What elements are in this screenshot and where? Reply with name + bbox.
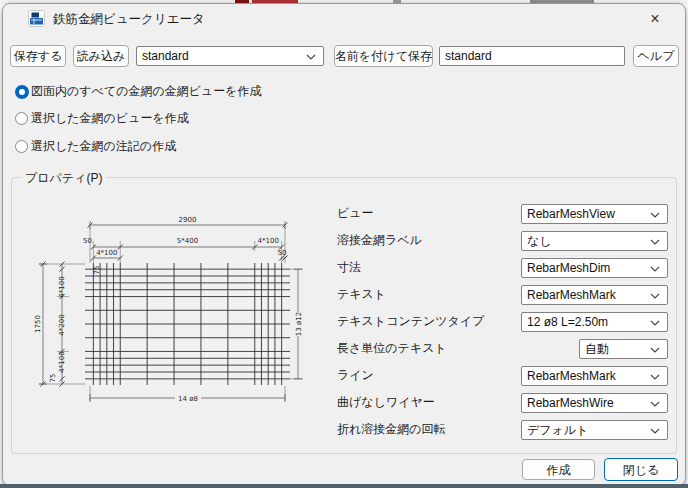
field-value: 自動 [585, 340, 609, 358]
chevron-down-icon [650, 212, 660, 218]
field-label-unbent-wire: 曲げなしワイヤー [337, 393, 435, 412]
svg-text:4*100: 4*100 [258, 237, 279, 245]
field-value: なし [527, 232, 552, 250]
chevron-down-icon [650, 428, 660, 434]
radio-unchecked-icon[interactable] [15, 112, 28, 125]
properties-group-label: プロパティ(P) [21, 170, 106, 187]
screen: 鉄筋金網ビュークリエータ × 保存する 読み込み standard 名前を付けて… [0, 0, 688, 488]
field-combobox-bent-mesh-rotation[interactable]: デフォルト [521, 420, 668, 440]
name-input-value: standard [445, 47, 492, 65]
field-combobox-length-unit-text[interactable]: 自動 [579, 339, 668, 359]
svg-text:50: 50 [83, 237, 92, 245]
field-value: RebarMeshMark [527, 367, 616, 385]
radio-unchecked-icon[interactable] [15, 140, 28, 153]
close-icon: × [650, 10, 659, 27]
field-label-view: ビュー [337, 204, 374, 223]
background-bottom-strip [0, 484, 688, 488]
radio-label[interactable]: 選択した金網の注記の作成 [31, 139, 176, 154]
radio-label[interactable]: 選択した金網のビューを作成 [31, 111, 189, 126]
chevron-down-icon [650, 239, 660, 245]
field-value: 12 ø8 L=2.50m [527, 313, 608, 331]
titlebar: 鉄筋金網ビュークリエータ × [3, 4, 685, 34]
field-combobox-text-content-type[interactable]: 12 ø8 L=2.50m [521, 312, 668, 332]
field-value: RebarMeshView [527, 205, 615, 223]
svg-text:75: 75 [49, 374, 57, 383]
preset-combobox[interactable]: standard [136, 46, 324, 66]
svg-text:4*100: 4*100 [96, 249, 117, 257]
field-value: RebarMeshWire [527, 394, 614, 412]
field-combobox-view[interactable]: RebarMeshView [521, 204, 668, 224]
help-button[interactable]: ヘルプ [633, 45, 679, 67]
svg-text:4*200: 4*200 [58, 314, 66, 335]
svg-text:1750: 1750 [34, 315, 42, 333]
mesh-diagram: 2900505*4004*1004*100501750754*1004*2004… [13, 194, 325, 442]
field-label-line: ライン [337, 366, 374, 385]
field-combobox-weld-mesh-label[interactable]: なし [521, 231, 668, 251]
load-button[interactable]: 読み込み [73, 45, 129, 67]
close-button[interactable]: × [639, 6, 671, 32]
preset-value: standard [142, 47, 189, 65]
field-combobox-line[interactable]: RebarMeshMark [521, 366, 668, 386]
chevron-down-icon [650, 374, 660, 380]
field-value: デフォルト [527, 421, 588, 439]
chevron-down-icon [306, 54, 316, 60]
svg-text:2900: 2900 [179, 216, 197, 224]
close-dialog-button[interactable]: 閉じる [604, 458, 678, 481]
app-icon [28, 10, 45, 27]
name-input[interactable]: standard [439, 46, 625, 66]
save-button[interactable]: 保存する [10, 45, 66, 67]
svg-text:13 ø12: 13 ø12 [295, 312, 303, 336]
field-combobox-text[interactable]: RebarMeshMark [521, 285, 668, 305]
svg-text:4*100: 4*100 [58, 351, 66, 372]
dialog-title: 鉄筋金網ビュークリエータ [53, 4, 205, 34]
svg-text:14 ø8: 14 ø8 [178, 395, 198, 403]
field-value: RebarMeshDim [527, 259, 610, 277]
create-button[interactable]: 作成 [522, 459, 595, 480]
rebar-mesh-view-creator-dialog: 鉄筋金網ビュークリエータ × 保存する 読み込み standard 名前を付けて… [2, 3, 686, 486]
field-combobox-dimension[interactable]: RebarMeshDim [521, 258, 668, 278]
save-as-button[interactable]: 名前を付けて保存 [334, 45, 433, 67]
field-label-text: テキスト [337, 285, 386, 304]
field-label-text-content-type: テキストコンテンツタイプ [337, 312, 484, 331]
radio-checked-icon[interactable] [15, 85, 29, 99]
svg-text:5*400: 5*400 [177, 237, 198, 245]
svg-text:4*100: 4*100 [58, 276, 66, 297]
radio-label[interactable]: 図面内のすべての金網の金網ビューを作成 [31, 84, 262, 99]
chevron-down-icon [650, 347, 660, 353]
field-label-weld-mesh-label: 溶接金網ラベル [337, 231, 422, 250]
field-label-dimension: 寸法 [337, 258, 361, 277]
field-label-length-unit-text: 長さ単位のテキスト [337, 339, 447, 358]
chevron-down-icon [650, 401, 660, 407]
svg-text:50: 50 [278, 249, 287, 257]
chevron-down-icon [650, 320, 660, 326]
chevron-down-icon [650, 293, 660, 299]
svg-text:75: 75 [93, 266, 101, 275]
field-value: RebarMeshMark [527, 286, 616, 304]
field-combobox-unbent-wire[interactable]: RebarMeshWire [521, 393, 668, 413]
chevron-down-icon [650, 266, 660, 272]
field-label-bent-mesh-rotation: 折れ溶接金網の回転 [337, 420, 446, 439]
